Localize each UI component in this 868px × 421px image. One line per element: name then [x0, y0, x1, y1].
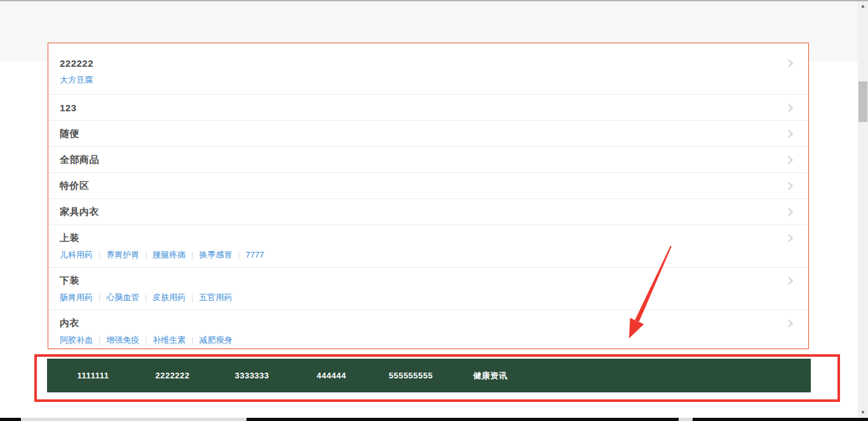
category-section-row[interactable]: 222222 — [60, 56, 794, 70]
category-section-row[interactable]: 全部商品 — [60, 147, 794, 172]
scrollbar-up-icon[interactable]: ▲ — [858, 1, 868, 11]
category-sublink[interactable]: 养胃护胃 — [106, 250, 139, 259]
category-section: 特价区 — [48, 173, 808, 199]
category-sublink[interactable]: 大方豆腐 — [60, 75, 93, 85]
link-separator: | — [145, 293, 147, 302]
taskbar-segment — [21, 418, 247, 421]
category-sublink[interactable]: 阿胶补血 — [60, 335, 93, 345]
category-sublink[interactable]: 增强免疫 — [106, 335, 139, 345]
link-separator: | — [98, 336, 100, 345]
category-section: 123 — [48, 95, 808, 121]
chevron-right-icon[interactable] — [785, 182, 793, 190]
category-sublink[interactable]: 心脑血管 — [106, 293, 139, 302]
category-sublink[interactable]: 补维生素 — [153, 335, 186, 345]
chevron-right-icon[interactable] — [785, 104, 793, 112]
chevron-right-icon[interactable] — [785, 156, 793, 164]
category-section: 上装儿科用药|养胃护胃|腰腿疼痛|换季感冒|7777 — [48, 225, 808, 268]
category-title[interactable]: 下装 — [60, 275, 79, 287]
category-sublink[interactable]: 减肥瘦身 — [199, 335, 232, 345]
category-title[interactable]: 全部商品 — [60, 154, 99, 166]
link-separator: | — [98, 293, 100, 302]
link-separator: | — [238, 251, 240, 259]
category-sublink[interactable]: 肠胃用药 — [60, 293, 93, 302]
category-section-row[interactable]: 上装 — [60, 231, 794, 245]
category-title[interactable]: 家具内衣 — [60, 206, 99, 218]
category-panel-sections: 222222大方豆腐123随便全部商品特价区家具内衣上装儿科用药|养胃护胃|腰腿… — [48, 43, 808, 349]
category-section-row[interactable]: 家具内衣 — [60, 199, 794, 224]
category-section-row[interactable]: 特价区 — [60, 173, 794, 198]
category-section-row[interactable]: 123 — [60, 95, 794, 120]
category-title[interactable]: 随便 — [60, 128, 79, 140]
category-sublinks: 大方豆腐 — [60, 74, 794, 85]
footer-nav: 111111122222223333333444444555555555健康资讯 — [47, 359, 811, 392]
scrollbar-thumb[interactable] — [858, 81, 867, 122]
link-separator: | — [191, 336, 193, 345]
link-separator: | — [98, 251, 100, 259]
scrollbar[interactable]: ▲ ▼ — [858, 1, 868, 418]
scrollbar-down-icon[interactable]: ▼ — [858, 408, 868, 418]
category-panel: 222222大方豆腐123随便全部商品特价区家具内衣上装儿科用药|养胃护胃|腰腿… — [48, 43, 809, 349]
category-title[interactable]: 123 — [60, 102, 77, 113]
category-section: 家具内衣 — [48, 199, 808, 225]
chevron-right-icon[interactable] — [785, 234, 793, 242]
category-section: 下装肠胃用药|心脑血管|皮肤用药|五官用药 — [48, 268, 808, 310]
category-title[interactable]: 上装 — [60, 232, 79, 244]
footer-nav-item[interactable]: 555555555 — [371, 371, 451, 380]
category-sublink[interactable]: 换季感冒 — [199, 250, 232, 259]
footer-nav-item[interactable]: 2222222 — [133, 371, 212, 380]
category-sublink[interactable]: 7777 — [246, 250, 264, 259]
footer-nav-item[interactable]: 3333333 — [212, 371, 292, 380]
chevron-right-icon[interactable] — [785, 208, 793, 216]
category-section: 222222大方豆腐 — [48, 43, 808, 95]
link-separator: | — [145, 336, 147, 345]
category-section-row[interactable]: 内衣 — [60, 316, 794, 330]
category-sublinks: 阿胶补血|增强免疫|补维生素|减肥瘦身 — [60, 335, 794, 346]
chevron-right-icon[interactable] — [785, 277, 793, 285]
category-sublink[interactable]: 五官用药 — [199, 293, 232, 302]
category-sublinks: 肠胃用药|心脑血管|皮肤用药|五官用药 — [60, 292, 794, 303]
taskbar-segment — [679, 418, 693, 421]
category-section-row[interactable]: 随便 — [60, 121, 794, 146]
link-separator: | — [191, 293, 193, 302]
footer-nav-item[interactable]: 444444 — [292, 371, 371, 380]
category-section: 内衣阿胶补血|增强免疫|补维生素|减肥瘦身 — [48, 310, 808, 349]
link-separator: | — [145, 251, 147, 259]
chevron-right-icon[interactable] — [785, 130, 793, 138]
footer-nav-item[interactable]: 健康资讯 — [451, 370, 530, 382]
category-sublink[interactable]: 儿科用药 — [60, 250, 93, 259]
taskbar-sliver — [0, 418, 868, 421]
category-sublink[interactable]: 皮肤用药 — [153, 293, 186, 302]
category-title[interactable]: 特价区 — [60, 180, 90, 192]
category-sublink[interactable]: 腰腿疼痛 — [153, 250, 186, 259]
category-section-row[interactable]: 下装 — [60, 273, 794, 287]
footer-nav-item[interactable]: 1111111 — [53, 371, 133, 380]
category-title[interactable]: 222222 — [60, 58, 93, 69]
category-sublinks: 儿科用药|养胃护胃|腰腿疼痛|换季感冒|7777 — [60, 249, 794, 261]
window-top-border — [0, 0, 868, 1]
category-section: 全部商品 — [48, 147, 808, 173]
chevron-right-icon[interactable] — [785, 319, 793, 328]
category-section: 随便 — [48, 121, 808, 147]
category-title[interactable]: 内衣 — [60, 317, 79, 329]
chevron-right-icon[interactable] — [785, 59, 793, 67]
link-separator: | — [191, 251, 193, 259]
